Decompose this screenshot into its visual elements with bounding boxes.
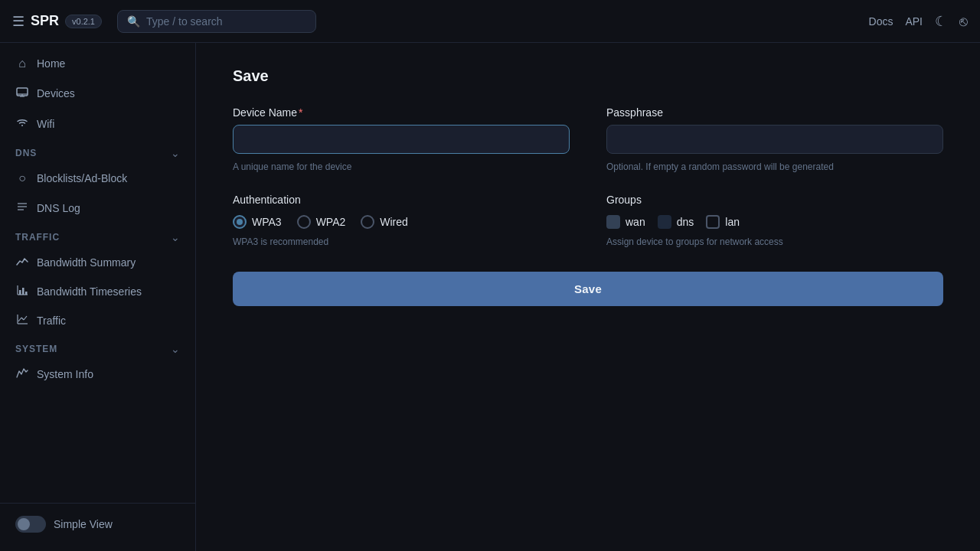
sidebar-item-label: Bandwidth Summary <box>37 256 136 269</box>
sidebar-section-dns[interactable]: DNS ⌄ <box>0 139 195 164</box>
sidebar-item-blocklists[interactable]: ○ Blocklists/Ad-Block <box>0 164 195 193</box>
sidebar-section-system[interactable]: SYSTEM ⌄ <box>0 335 195 360</box>
wan-label: wan <box>626 216 645 228</box>
dns-log-icon <box>15 201 29 216</box>
group-dns-option[interactable]: dns <box>658 215 694 229</box>
bandwidth-summary-icon <box>15 256 29 269</box>
hamburger-icon[interactable]: ☰ <box>12 15 24 28</box>
auth-wpa3-option[interactable]: WPA3 <box>233 215 282 229</box>
wpa3-radio[interactable] <box>233 215 247 229</box>
sidebar-section-traffic[interactable]: TRAFFIC ⌄ <box>0 223 195 248</box>
topbar-left: ☰ SPR v0.2.1 <box>12 13 102 29</box>
authentication-label: Authentication <box>233 194 570 206</box>
devices-icon <box>15 86 29 101</box>
passphrase-input[interactable] <box>606 125 943 154</box>
sidebar-item-wifi[interactable]: Wifi <box>0 109 195 139</box>
auth-radio-group: WPA3 WPA2 Wired <box>233 215 570 229</box>
device-name-hint: A unique name for the device <box>233 161 570 172</box>
docs-link[interactable]: Docs <box>869 15 893 28</box>
group-wan-option[interactable]: wan <box>606 215 645 229</box>
dns-label: dns <box>677 216 694 228</box>
sidebar-item-bandwidth-timeseries[interactable]: Bandwidth Timeseries <box>0 277 195 306</box>
version-badge: v0.2.1 <box>65 15 102 28</box>
sidebar-item-label: Traffic <box>37 315 66 327</box>
svg-line-16 <box>21 318 24 320</box>
form-grid: Device Name* A unique name for the devic… <box>233 106 943 247</box>
authentication-group: Authentication WPA3 WPA2 Wired WPA3 is r… <box>233 194 570 247</box>
system-chevron-icon: ⌄ <box>171 343 180 355</box>
sidebar-item-label: Home <box>37 57 65 70</box>
sidebar-item-label: Wifi <box>37 118 54 130</box>
wired-label: Wired <box>380 216 408 228</box>
system-info-icon <box>15 367 29 381</box>
wpa2-radio[interactable] <box>297 215 311 229</box>
simple-view-toggle[interactable] <box>15 516 46 533</box>
sidebar-item-devices[interactable]: Devices <box>0 78 195 109</box>
groups-hint: Assign device to groups for network acce… <box>606 236 943 247</box>
dns-chevron-icon: ⌄ <box>171 147 180 159</box>
required-marker: * <box>299 106 302 119</box>
bandwidth-timeseries-icon <box>15 285 29 298</box>
wifi-icon <box>15 116 29 132</box>
auth-hint: WPA3 is recommended <box>233 236 570 247</box>
passphrase-label: Passphrase <box>606 106 943 119</box>
wpa2-label: WPA2 <box>316 216 346 228</box>
topbar-right: Docs API ☾ ⎋ <box>869 15 968 28</box>
sidebar-item-label: Devices <box>37 87 75 99</box>
traffic-chevron-icon: ⌄ <box>171 231 180 243</box>
groups-label: Groups <box>606 194 943 206</box>
sidebar-item-bandwidth-summary[interactable]: Bandwidth Summary <box>0 248 195 277</box>
brand-name: SPR <box>31 13 59 29</box>
passphrase-hint: Optional. If empty a random password wil… <box>606 161 943 172</box>
search-input[interactable] <box>146 15 306 28</box>
blocklists-icon: ○ <box>15 171 29 185</box>
theme-toggle-button[interactable]: ☾ <box>935 15 947 28</box>
wired-radio[interactable] <box>361 215 374 229</box>
sidebar-item-label: System Info <box>37 368 93 380</box>
svg-rect-11 <box>22 288 24 295</box>
toggle-thumb <box>18 518 30 530</box>
traffic-section-label: TRAFFIC <box>15 232 60 243</box>
auth-wpa2-option[interactable]: WPA2 <box>297 215 346 229</box>
main-content: Save Device Name* A unique name for the … <box>196 43 980 551</box>
wpa3-label: WPA3 <box>252 216 282 228</box>
lan-label: lan <box>725 216 740 228</box>
traffic-icon <box>15 314 29 328</box>
dns-section-label: DNS <box>15 148 37 158</box>
sidebar-item-dns-log[interactable]: DNS Log <box>0 193 195 223</box>
simple-view-toggle-container: Simple View <box>0 503 195 545</box>
device-name-input[interactable] <box>233 125 570 154</box>
svg-point-4 <box>21 125 23 126</box>
save-button[interactable]: Save <box>233 272 943 306</box>
groups-group: Groups wan dns lan Assign device to grou… <box>606 194 943 247</box>
device-name-label: Device Name* <box>233 106 570 119</box>
svg-rect-10 <box>19 290 21 295</box>
api-link[interactable]: API <box>905 15 923 28</box>
sidebar-item-label: Bandwidth Timeseries <box>37 285 142 298</box>
lan-checkbox[interactable] <box>706 215 720 229</box>
sidebar-item-traffic[interactable]: Traffic <box>0 306 195 335</box>
logout-button[interactable]: ⎋ <box>959 15 968 28</box>
topbar: ☰ SPR v0.2.1 🔍 Docs API ☾ ⎋ <box>0 0 980 43</box>
groups-checkbox-group: wan dns lan <box>606 215 943 229</box>
page-title: Save <box>233 67 943 85</box>
auth-wired-option[interactable]: Wired <box>361 215 408 229</box>
simple-view-label: Simple View <box>54 518 113 530</box>
system-section-label: SYSTEM <box>15 344 57 354</box>
home-icon: ⌂ <box>15 57 29 70</box>
sidebar-item-label: DNS Log <box>37 202 80 214</box>
svg-line-17 <box>24 316 27 320</box>
svg-rect-12 <box>25 292 28 295</box>
search-box[interactable]: 🔍 <box>117 10 316 33</box>
sidebar-item-home[interactable]: ⌂ Home <box>0 49 195 78</box>
search-icon: 🔍 <box>127 15 140 28</box>
wan-checkbox[interactable] <box>606 215 620 229</box>
dns-checkbox[interactable] <box>658 215 671 229</box>
sidebar: ⌂ Home Devices Wifi DNS ⌄ ○ Bl <box>0 43 196 551</box>
sidebar-item-label: Blocklists/Ad-Block <box>37 172 127 184</box>
passphrase-group: Passphrase Optional. If empty a random p… <box>606 106 943 172</box>
group-lan-option[interactable]: lan <box>706 215 740 229</box>
svg-line-15 <box>18 318 21 321</box>
device-name-group: Device Name* A unique name for the devic… <box>233 106 570 172</box>
sidebar-item-system-info[interactable]: System Info <box>0 360 195 389</box>
